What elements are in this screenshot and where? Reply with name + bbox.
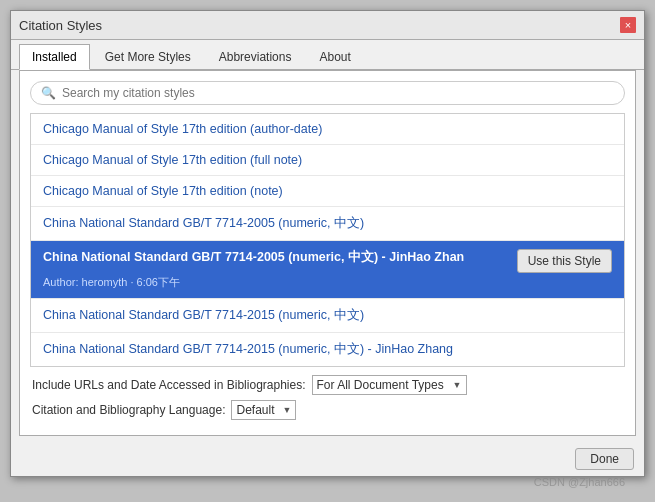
tab-content: 🔍 Chicago Manual of Style 17th edition (… bbox=[19, 70, 636, 436]
urls-select[interactable]: For All Document Types bbox=[312, 375, 467, 395]
styles-list: Chicago Manual of Style 17th edition (au… bbox=[30, 113, 625, 367]
selected-item-row: China National Standard GB/T 7714-2005 (… bbox=[43, 249, 612, 273]
watermark: CSDN @Zjhan666 bbox=[534, 476, 625, 488]
urls-row: Include URLs and Date Accessed in Biblio… bbox=[32, 375, 623, 395]
style-author: Author: heromyth · 6:06下午 bbox=[43, 275, 612, 290]
lang-select[interactable]: Default bbox=[231, 400, 296, 420]
dialog-title: Citation Styles bbox=[19, 18, 102, 33]
list-item[interactable]: Chicago Manual of Style 17th edition (au… bbox=[31, 114, 624, 145]
lang-select-wrapper: Default bbox=[231, 400, 296, 420]
tab-bar: Installed Get More Styles Abbreviations … bbox=[11, 40, 644, 70]
close-button[interactable]: × bbox=[620, 17, 636, 33]
selected-style-label: China National Standard GB/T 7714-2005 (… bbox=[43, 249, 464, 266]
use-this-style-button[interactable]: Use this Style bbox=[517, 249, 612, 273]
footer-options: Include URLs and Date Accessed in Biblio… bbox=[30, 375, 625, 420]
urls-label: Include URLs and Date Accessed in Biblio… bbox=[32, 378, 306, 392]
lang-label: Citation and Bibliography Language: bbox=[32, 403, 225, 417]
search-bar: 🔍 bbox=[30, 81, 625, 105]
lang-row: Citation and Bibliography Language: Defa… bbox=[32, 400, 623, 420]
search-input[interactable] bbox=[62, 86, 614, 100]
search-icon: 🔍 bbox=[41, 86, 56, 100]
done-button[interactable]: Done bbox=[575, 448, 634, 470]
list-item[interactable]: Chicago Manual of Style 17th edition (no… bbox=[31, 176, 624, 207]
list-item[interactable]: Chicago Manual of Style 17th edition (fu… bbox=[31, 145, 624, 176]
title-bar: Citation Styles × bbox=[11, 11, 644, 40]
list-item-selected[interactable]: China National Standard GB/T 7714-2005 (… bbox=[31, 241, 624, 299]
list-item[interactable]: China National Standard GB/T 7714-2015 (… bbox=[31, 333, 624, 366]
tab-abbreviations[interactable]: Abbreviations bbox=[206, 44, 305, 69]
tab-about[interactable]: About bbox=[306, 44, 363, 69]
list-item[interactable]: China National Standard GB/T 7714-2015 (… bbox=[31, 299, 624, 333]
list-item[interactable]: China National Standard GB/T 7714-2005 (… bbox=[31, 207, 624, 241]
tab-get-more-styles[interactable]: Get More Styles bbox=[92, 44, 204, 69]
urls-select-wrapper: For All Document Types bbox=[312, 375, 467, 395]
done-bar: Done bbox=[11, 444, 644, 476]
tab-installed[interactable]: Installed bbox=[19, 44, 90, 70]
citation-styles-dialog: Citation Styles × Installed Get More Sty… bbox=[10, 10, 645, 477]
